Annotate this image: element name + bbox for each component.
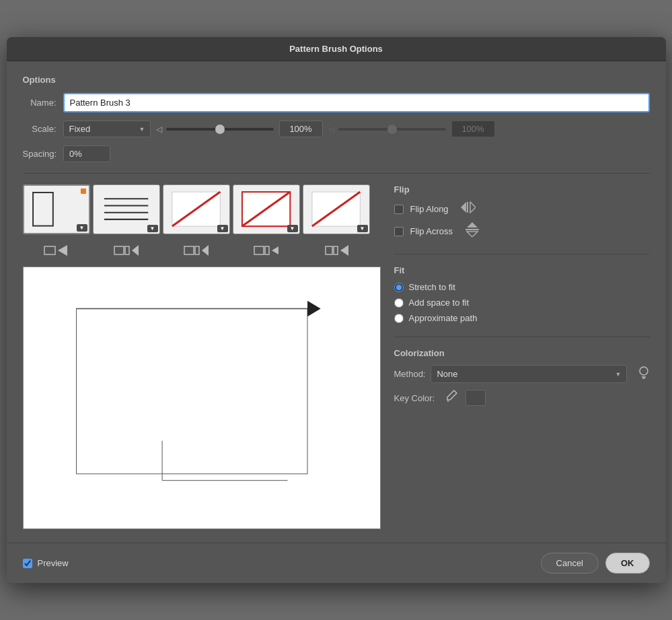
svg-marker-33 (467, 232, 478, 237)
tile-dropdown-arrow-3[interactable]: ▼ (287, 225, 298, 232)
scale-slider-track-disabled (338, 128, 446, 131)
name-row: Name: (23, 93, 650, 112)
tile-dropdown-arrow-2[interactable]: ▼ (217, 225, 228, 232)
nav-arrow-svg-0 (43, 241, 70, 260)
flip-across-checkbox[interactable] (394, 227, 404, 236)
preview-checkbox[interactable] (23, 559, 32, 568)
cancel-button[interactable]: Cancel (541, 553, 599, 574)
button-group: Cancel OK (541, 553, 650, 574)
fit-addspace-row: Add space to fit (394, 298, 650, 308)
eyedropper-icon[interactable] (445, 390, 457, 406)
key-color-swatch[interactable] (465, 390, 486, 406)
tile-dropdown-arrow-0[interactable]: ▼ (77, 224, 87, 232)
fit-stretch-row: Stretch to fit (394, 282, 650, 292)
svg-rect-11 (44, 246, 55, 254)
method-dropdown[interactable]: None Tints Tints and Shades Hue Shift (431, 365, 626, 383)
preview-canvas (24, 267, 380, 528)
tile-dropdown-arrow-4[interactable]: ▼ (357, 225, 368, 232)
fit-approx-row: Approximate path (394, 313, 650, 323)
fit-approx-radio[interactable] (394, 314, 404, 323)
bottom-bar: Preview Cancel OK (7, 543, 666, 583)
flip-title: Flip (394, 184, 650, 195)
tile-button-2[interactable]: ▼ (163, 184, 230, 234)
fit-addspace-radio[interactable] (394, 298, 404, 308)
scale-label: Scale: (23, 124, 63, 134)
pattern-brush-options-dialog: Pattern Brush Options Options Name: Scal… (7, 37, 666, 583)
svg-rect-16 (184, 246, 194, 254)
tile-nav-row (23, 238, 381, 263)
fit-title: Fit (394, 265, 650, 275)
slider-right-arrow-icon: ◁ (328, 125, 334, 134)
main-content: ▼ ▼ (23, 184, 650, 529)
title-bar: Pattern Brush Options (7, 37, 666, 61)
scale-percent-box[interactable]: 100% (279, 120, 323, 137)
tile-dropdown-arrow-1[interactable]: ▼ (147, 225, 158, 232)
tile-button-0[interactable]: ▼ (23, 184, 90, 234)
svg-marker-27 (307, 301, 321, 317)
method-row: Method: None Tints Tints and Shades Hue … (394, 365, 650, 383)
scale-row: Scale: Fixed Proportional ◁ (23, 120, 650, 137)
svg-rect-26 (76, 309, 307, 474)
svg-rect-14 (125, 246, 129, 254)
preview-area (23, 267, 381, 529)
nav-arrow-svg-2 (183, 241, 210, 260)
key-color-row: Key Color: (394, 390, 650, 406)
colorization-section: Colorization Method: None Tints Tints an… (394, 348, 650, 406)
svg-line-25 (24, 309, 77, 474)
scale-slider-thumb (215, 125, 225, 134)
tile-button-1[interactable]: ▼ (93, 184, 160, 234)
scale-dropdown[interactable]: Fixed Proportional (63, 120, 151, 137)
method-label: Method: (394, 369, 426, 379)
fit-approx-label: Approximate path (409, 313, 478, 323)
scale-percent-box-disabled: 100% (451, 120, 495, 137)
options-section-label: Options (23, 75, 650, 85)
spacing-input[interactable] (63, 145, 110, 162)
flip-across-label: Flip Across (410, 226, 453, 236)
tile-svg-2 (168, 188, 224, 230)
tile-nav-1[interactable] (93, 238, 160, 263)
tile-nav-4[interactable] (303, 238, 370, 263)
tile-svg-1 (98, 188, 154, 230)
tile-nav-3[interactable] (233, 238, 300, 263)
svg-rect-20 (265, 246, 269, 254)
right-panel: Flip Flip Along (394, 184, 650, 529)
svg-marker-31 (467, 222, 478, 228)
flip-along-row: Flip Along (394, 201, 650, 217)
fit-section: Fit Stretch to fit Add space to fit Appr… (394, 265, 650, 323)
svg-marker-21 (272, 246, 278, 254)
options-section: Options Name: Scale: Fixed Proportional (23, 75, 650, 162)
tile-svg-3 (238, 188, 294, 230)
svg-marker-18 (202, 245, 209, 256)
flip-along-label: Flip Along (410, 204, 449, 214)
tile-button-4[interactable]: ▼ (303, 184, 370, 234)
tile-nav-0[interactable] (23, 238, 90, 263)
svg-rect-0 (33, 193, 53, 226)
flip-along-icon (461, 201, 476, 217)
key-color-label: Key Color: (394, 393, 435, 403)
method-dropdown-wrapper: None Tints Tints and Shades Hue Shift (431, 365, 626, 383)
name-input[interactable] (63, 93, 650, 112)
tile-buttons-row: ▼ ▼ (23, 184, 381, 234)
ok-button[interactable]: OK (605, 553, 650, 574)
flip-along-checkbox[interactable] (394, 205, 404, 214)
svg-rect-23 (334, 246, 338, 254)
nav-arrow-svg-4 (323, 241, 350, 260)
svg-rect-17 (195, 246, 199, 254)
fit-stretch-radio[interactable] (394, 283, 404, 292)
svg-marker-15 (132, 245, 139, 256)
flip-across-icon (465, 222, 480, 240)
tile-nav-2[interactable] (163, 238, 230, 263)
scale-slider-track[interactable] (166, 128, 274, 131)
tile-button-3[interactable]: ▼ (233, 184, 300, 234)
orange-indicator (81, 188, 86, 194)
scale-slider-group-right: ◁ (328, 125, 446, 134)
spacing-label: Spacing: (23, 149, 64, 159)
nav-arrow-svg-1 (113, 241, 140, 260)
fit-addspace-label: Add space to fit (409, 298, 470, 308)
tile-svg-4 (308, 188, 364, 230)
svg-rect-22 (326, 246, 332, 254)
dialog-body: Options Name: Scale: Fixed Proportional (7, 61, 666, 543)
fit-stretch-label: Stretch to fit (409, 282, 455, 292)
left-panel: ▼ ▼ (23, 184, 381, 529)
slider-left-arrow-icon: ◁ (156, 125, 162, 134)
